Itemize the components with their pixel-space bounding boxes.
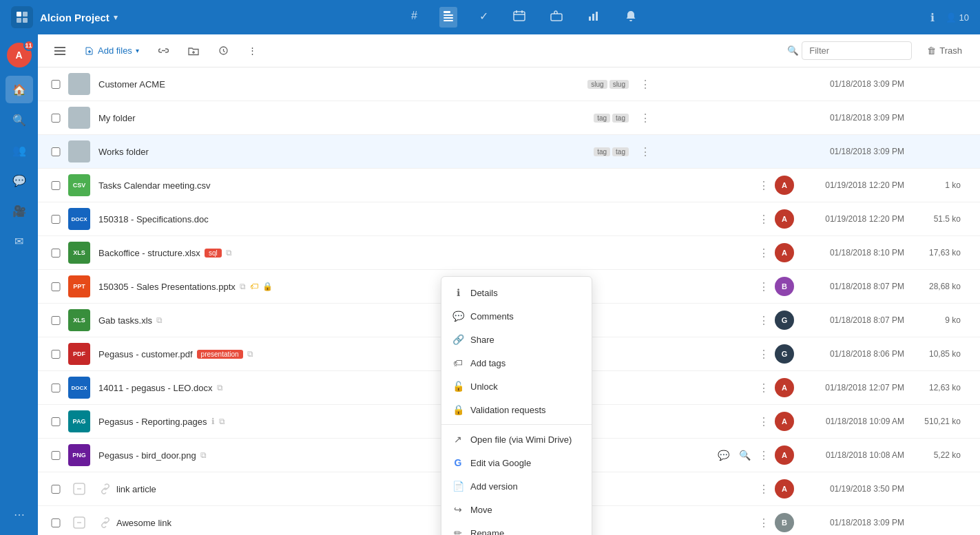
- file-date: 01/19/2018 3:50 PM: [794, 484, 904, 494]
- file-size: 28,68 ko: [913, 282, 961, 291]
- tag-badges: slug slug: [587, 80, 629, 89]
- nav-calendar-icon[interactable]: [510, 7, 528, 28]
- row-more-button[interactable]: ⋮: [753, 345, 775, 364]
- user-avatar[interactable]: A 11: [7, 43, 32, 67]
- file-avatar: A: [775, 445, 794, 465]
- history-button[interactable]: [213, 42, 234, 59]
- trash-icon: 🗑: [927, 45, 936, 56]
- row-checkbox[interactable]: [49, 282, 63, 291]
- sidebar-item-search[interactable]: 🔍: [6, 106, 33, 134]
- file-avatar: A: [775, 209, 794, 229]
- nav-check-icon[interactable]: ✓: [477, 7, 491, 28]
- project-title[interactable]: Alcion Project ▾: [40, 12, 118, 23]
- context-menu: ℹ Details 💬 Comments 🔗 Share 🏷 Add tags …: [441, 276, 592, 535]
- search-action-icon[interactable]: 🔍: [737, 448, 753, 463]
- row-more-button[interactable]: ⋮: [753, 311, 775, 330]
- svg-rect-6: [444, 17, 453, 19]
- ctx-edit-google[interactable]: G Edit via Google: [441, 451, 592, 474]
- row-checkbox[interactable]: [49, 417, 63, 426]
- file-type-icon: [68, 512, 90, 534]
- nav-left: Alcion Project ▾: [11, 6, 118, 28]
- file-name-text: 150305 - Sales Presentations.pptx: [98, 282, 236, 292]
- nav-right: ℹ 👤 10: [930, 11, 969, 24]
- nav-bell-icon[interactable]: [622, 7, 640, 28]
- sidebar-item-video[interactable]: 🎥: [6, 197, 33, 224]
- svg-rect-3: [23, 18, 28, 23]
- toolbar: Add files ▾ ⋮ 🔍 🗑 Trash: [38, 34, 980, 67]
- row-checkbox[interactable]: [49, 80, 63, 89]
- project-title-text: Alcion Project: [40, 12, 110, 23]
- ctx-add-tags[interactable]: 🏷 Add tags: [441, 351, 592, 375]
- ctx-validation[interactable]: 🔒 Validation requests: [441, 398, 592, 421]
- sidebar-item-more[interactable]: ⋯: [6, 501, 33, 528]
- ctx-rename[interactable]: ✏ Rename: [441, 521, 592, 535]
- new-folder-button[interactable]: [183, 43, 205, 59]
- row-more-button[interactable]: ⋮: [634, 109, 656, 127]
- file-name-area: Works folder: [98, 147, 594, 157]
- nav-hash-icon[interactable]: #: [408, 7, 420, 28]
- row-more-button[interactable]: ⋮: [753, 244, 775, 262]
- sidebar-item-mail[interactable]: ✉: [6, 227, 33, 255]
- ctx-unlock[interactable]: 🔓 Unlock: [441, 375, 592, 398]
- row-checkbox[interactable]: [49, 249, 63, 258]
- row-more-button[interactable]: ⋮: [634, 143, 656, 161]
- svg-rect-8: [514, 12, 525, 21]
- trash-button[interactable]: 🗑 Trash: [920, 42, 969, 59]
- add-files-label: Add files: [98, 45, 132, 56]
- app-icon: [11, 6, 33, 28]
- row-more-button[interactable]: ⋮: [753, 277, 775, 296]
- tag-badge: slug: [587, 80, 607, 89]
- nav-info-icon[interactable]: ℹ: [930, 11, 935, 24]
- left-sidebar: A 11 🏠 🔍 👥 💬 🎥 ✉ ⋯: [0, 34, 38, 535]
- filter-input[interactable]: [802, 41, 912, 60]
- svg-rect-13: [589, 17, 591, 21]
- search-button[interactable]: 🔍: [784, 43, 802, 59]
- row-more-button[interactable]: ⋮: [634, 75, 656, 94]
- row-more-button[interactable]: ⋮: [753, 446, 775, 465]
- more-options-button[interactable]: ⋮: [242, 42, 262, 59]
- ctx-move[interactable]: ↪ Move: [441, 498, 592, 521]
- row-more-button[interactable]: ⋮: [753, 412, 775, 431]
- ctx-comments[interactable]: 💬 Comments: [441, 304, 592, 328]
- move-icon: ↪: [452, 504, 463, 515]
- row-checkbox[interactable]: [49, 451, 63, 460]
- copy-icon: ⧉: [219, 417, 225, 426]
- nav-briefcase-icon[interactable]: [548, 7, 565, 28]
- nav-files-icon[interactable]: [439, 7, 457, 28]
- row-checkbox[interactable]: [49, 485, 63, 494]
- row-more-button[interactable]: ⋮: [753, 176, 775, 195]
- row-more-button[interactable]: ⋮: [753, 210, 775, 229]
- nav-user-count[interactable]: 👤 10: [946, 12, 969, 23]
- row-more-button[interactable]: ⋮: [753, 480, 775, 499]
- row-checkbox[interactable]: [49, 518, 63, 527]
- row-checkbox[interactable]: [49, 147, 63, 156]
- sidebar-item-contacts[interactable]: 👥: [6, 136, 33, 164]
- file-avatar: G: [775, 311, 794, 330]
- row-more-button[interactable]: ⋮: [753, 514, 775, 532]
- svg-rect-16: [54, 47, 65, 48]
- add-files-chevron-icon: ▾: [136, 47, 139, 54]
- ctx-share[interactable]: 🔗 Share: [441, 328, 592, 351]
- file-name-area: My folder: [98, 113, 594, 123]
- file-type-icon: PPT: [68, 275, 90, 297]
- ctx-details[interactable]: ℹ Details: [441, 281, 592, 304]
- file-date: 01/18/2018 3:09 PM: [794, 518, 904, 527]
- add-files-button[interactable]: Add files ▾: [79, 42, 145, 59]
- row-checkbox[interactable]: [49, 316, 63, 325]
- row-checkbox[interactable]: [49, 181, 63, 190]
- link-button[interactable]: [153, 42, 174, 59]
- nav-chart-icon[interactable]: [585, 7, 603, 28]
- ctx-open-drive[interactable]: ↗ Open file (via Wimi Drive): [441, 428, 592, 451]
- row-checkbox[interactable]: [49, 215, 63, 224]
- row-checkbox[interactable]: [49, 350, 63, 359]
- ctx-add-version[interactable]: 📄 Add version: [441, 474, 592, 498]
- sidebar-item-messages[interactable]: 💬: [6, 167, 33, 194]
- row-checkbox[interactable]: [49, 114, 63, 123]
- file-name-text: Awesome link: [116, 518, 171, 528]
- list-view-button[interactable]: [49, 42, 71, 60]
- ctx-unlock-label: Unlock: [470, 381, 498, 392]
- sidebar-item-home[interactable]: 🏠: [6, 76, 33, 103]
- chat-action-icon[interactable]: 💬: [716, 448, 731, 463]
- row-checkbox[interactable]: [49, 384, 63, 392]
- row-more-button[interactable]: ⋮: [753, 379, 775, 397]
